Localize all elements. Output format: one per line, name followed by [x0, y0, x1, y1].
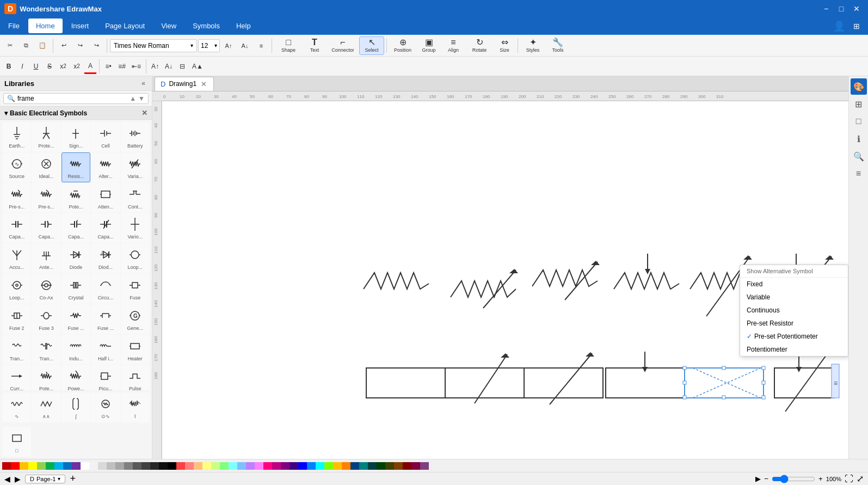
symbol-antenna[interactable]: Accu...	[2, 243, 31, 273]
align-vert-button[interactable]: ⊟	[176, 59, 189, 74]
fill-color-button[interactable]: A▲	[189, 59, 206, 74]
symbol-row1-3[interactable]	[532, 261, 600, 300]
menu-file[interactable]: File	[1, 19, 27, 33]
zoom-slider[interactable]	[772, 475, 815, 483]
symbol-potential[interactable]: Pote...	[61, 183, 90, 213]
color-swatch[interactable]	[141, 462, 150, 470]
symbol-circuit[interactable]: Circu...	[91, 274, 120, 304]
page-tab-1[interactable]: D Page-1 ▾	[25, 475, 65, 483]
symbol-earth[interactable]: Earth...	[2, 122, 31, 152]
symbol-box[interactable]: □	[2, 427, 31, 457]
color-swatch[interactable]	[359, 462, 368, 470]
symbol-resistor[interactable]: Resis...	[61, 152, 90, 182]
styles-tool[interactable]: ✦ Styles	[520, 36, 545, 55]
symbol-preset2[interactable]: Pre-s...	[32, 183, 60, 213]
color-swatch[interactable]	[220, 462, 229, 470]
size-tool[interactable]: ⇔ Size	[494, 36, 515, 55]
play-btn[interactable]: ▶	[755, 475, 761, 483]
rp-layers-btn[interactable]: ≡	[851, 165, 867, 182]
symbol-pulse[interactable]: Pulse	[121, 365, 150, 390]
ctx-continuous[interactable]: Continuous	[740, 304, 848, 317]
symbol-crystal[interactable]: Crystal	[61, 274, 90, 304]
cut-button[interactable]: ✂	[2, 36, 17, 55]
ctx-potentiometer[interactable]: Potentiometer	[740, 343, 848, 356]
undo2-button[interactable]: ↪	[72, 36, 88, 55]
symbol-row1-2[interactable]	[451, 269, 518, 308]
symbol-fuse2[interactable]: Fuse 2	[2, 304, 31, 334]
color-swatch[interactable]	[168, 462, 176, 470]
color-swatch[interactable]	[237, 462, 246, 470]
scroll-down-icon[interactable]: ▼	[138, 95, 145, 102]
close-button[interactable]: ✕	[849, 2, 864, 16]
font-grow-button[interactable]: A↑	[149, 59, 162, 74]
sidebar-collapse-btn[interactable]: «	[139, 78, 147, 88]
symbol-battery[interactable]: Battery	[121, 122, 150, 152]
color-swatch[interactable]	[290, 462, 298, 470]
numbering-button[interactable]: ≡#	[115, 59, 128, 74]
page-nav-prev[interactable]: ◀	[4, 475, 10, 483]
rotate-tool[interactable]: ↻ Rotate	[466, 36, 493, 55]
tools-tool[interactable]: 🔧 Tools	[546, 36, 570, 55]
add-page-button[interactable]: +	[70, 473, 76, 484]
library-section-header[interactable]: ▾ Basic Electrical Symbols ✕	[0, 106, 152, 120]
library-close-btn[interactable]: ✕	[141, 109, 147, 117]
indent-button[interactable]: ⇤≡	[129, 59, 144, 74]
color-swatch[interactable]	[316, 462, 324, 470]
symbol-antenna2[interactable]: Ante...	[32, 243, 60, 273]
search-bar[interactable]: 🔍 ▲ ▼	[3, 93, 149, 104]
symbol-pickup[interactable]: Picu...	[91, 365, 120, 390]
color-swatch[interactable]	[115, 462, 124, 470]
align-text-button[interactable]: ≡	[254, 36, 269, 55]
connector-tool[interactable]: ⌐ Connector	[327, 36, 359, 55]
symbol-row2-5-selected[interactable]	[683, 366, 765, 399]
color-swatch[interactable]	[298, 462, 307, 470]
bold-button[interactable]: B	[2, 59, 15, 74]
bullets-button[interactable]: ≡•	[102, 59, 115, 74]
search-input[interactable]	[17, 95, 127, 102]
rp-search-btn[interactable]: 🔍	[851, 148, 867, 164]
symbol-row2-3[interactable]	[524, 352, 603, 404]
font-size-selector[interactable]: 12 ▾	[198, 39, 220, 52]
color-swatch[interactable]	[54, 462, 63, 470]
symbol-inductor[interactable]: Indu...	[61, 335, 90, 365]
grid-btn[interactable]: ⊞	[849, 19, 864, 33]
color-swatch[interactable]	[394, 462, 403, 470]
symbol-fuse[interactable]: Fuse	[121, 274, 150, 304]
font-color-button[interactable]: A	[84, 59, 97, 74]
color-swatch[interactable]	[324, 462, 333, 470]
italic-button[interactable]: I	[16, 59, 29, 74]
symbol-row1-1[interactable]	[364, 273, 429, 289]
underline-button[interactable]: U	[29, 59, 42, 74]
symbol-variable2[interactable]: Capa...	[91, 213, 120, 243]
fullscreen-btn[interactable]: ⤢	[857, 474, 864, 484]
ctx-fixed[interactable]: Fixed	[740, 278, 848, 291]
color-swatch[interactable]	[194, 462, 202, 470]
zoom-in-btn[interactable]: +	[818, 475, 823, 483]
font-dec-button[interactable]: A↓	[237, 36, 253, 55]
symbol-cell[interactable]: Cell	[91, 122, 120, 152]
color-swatch[interactable]	[20, 462, 28, 470]
color-swatch[interactable]	[377, 462, 385, 470]
color-swatch[interactable]	[11, 462, 20, 470]
position-tool[interactable]: ⊕ Position	[389, 36, 416, 55]
maximize-button[interactable]: □	[834, 2, 848, 16]
color-swatch[interactable]	[368, 462, 377, 470]
color-swatch[interactable]	[63, 462, 72, 470]
color-swatch[interactable]	[202, 462, 211, 470]
symbol-heater[interactable]: Heater	[121, 335, 150, 365]
symbol-fuse4[interactable]: Fuse ...	[61, 304, 90, 334]
fit-screen-btn[interactable]: ⛶	[845, 474, 853, 484]
color-swatch[interactable]	[263, 462, 272, 470]
color-swatch[interactable]	[211, 462, 220, 470]
symbol-ideal[interactable]: Ideal...	[32, 152, 60, 182]
color-swatch[interactable]	[124, 462, 133, 470]
color-swatch[interactable]	[307, 462, 316, 470]
symbol-transformer2[interactable]: Tran...	[32, 335, 60, 365]
menu-home[interactable]: Home	[28, 19, 63, 33]
scroll-up-icon[interactable]: ▲	[130, 95, 136, 102]
symbol-signal[interactable]: Sign...	[61, 122, 90, 152]
subscript-button[interactable]: x2	[70, 59, 83, 74]
strikethrough-button[interactable]: S	[43, 59, 56, 74]
symbol-diode2[interactable]: Z Diod...	[91, 243, 120, 273]
color-swatch[interactable]	[107, 462, 115, 470]
